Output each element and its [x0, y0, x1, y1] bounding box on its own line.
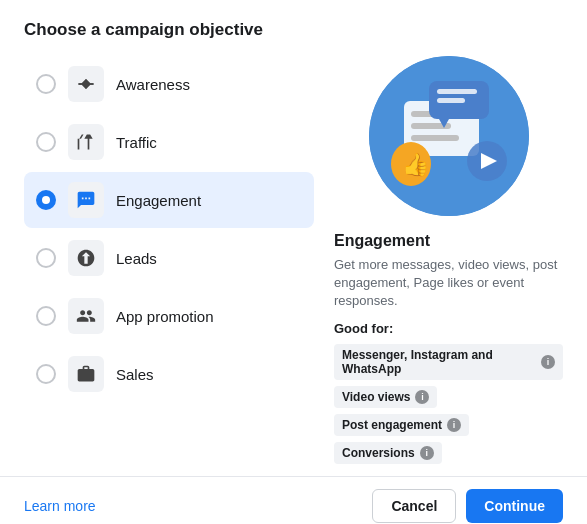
objective-item-app-promotion[interactable]: App promotion [24, 288, 314, 344]
good-for-tag: Video viewsi [334, 386, 437, 408]
tag-label: Conversions [342, 446, 415, 460]
continue-button[interactable]: Continue [466, 489, 563, 523]
radio-app-promotion [36, 306, 56, 326]
info-icon[interactable]: i [447, 418, 461, 432]
info-icon[interactable]: i [420, 446, 434, 460]
engagement-icon [68, 182, 104, 218]
app-promotion-icon [68, 298, 104, 334]
objective-label-awareness: Awareness [116, 76, 190, 93]
tag-list: Messenger, Instagram and WhatsAppiVideo … [334, 344, 563, 464]
awareness-icon [68, 66, 104, 102]
footer-buttons: Cancel Continue [372, 489, 563, 523]
good-for-tag: Messenger, Instagram and WhatsAppi [334, 344, 563, 380]
good-for-tag: Conversionsi [334, 442, 442, 464]
objective-item-engagement[interactable]: Engagement [24, 172, 314, 228]
radio-traffic [36, 132, 56, 152]
svg-rect-7 [437, 98, 465, 103]
svg-rect-4 [411, 135, 459, 141]
objectives-list: AwarenessTrafficEngagementLeadsApp promo… [24, 56, 314, 464]
modal-footer: Learn more Cancel Continue [0, 476, 587, 524]
objective-label-engagement: Engagement [116, 192, 201, 209]
good-for-tag: Post engagementi [334, 414, 469, 436]
tag-label: Post engagement [342, 418, 442, 432]
good-for-label: Good for: [334, 321, 563, 336]
objective-item-traffic[interactable]: Traffic [24, 114, 314, 170]
detail-title: Engagement [334, 232, 563, 250]
radio-engagement [36, 190, 56, 210]
detail-panel: 👍 Engagement Get more messages, video vi… [314, 56, 563, 464]
tag-label: Video views [342, 390, 410, 404]
objective-item-leads[interactable]: Leads [24, 230, 314, 286]
modal-content: Choose a campaign objective AwarenessTra… [0, 0, 587, 464]
traffic-icon [68, 124, 104, 160]
objective-item-awareness[interactable]: Awareness [24, 56, 314, 112]
learn-more-link[interactable]: Learn more [24, 498, 96, 514]
modal-title: Choose a campaign objective [24, 20, 563, 40]
cancel-button[interactable]: Cancel [372, 489, 456, 523]
radio-awareness [36, 74, 56, 94]
info-icon[interactable]: i [541, 355, 555, 369]
objective-label-sales: Sales [116, 366, 154, 383]
sales-icon [68, 356, 104, 392]
info-icon[interactable]: i [415, 390, 429, 404]
radio-sales [36, 364, 56, 384]
radio-leads [36, 248, 56, 268]
leads-icon [68, 240, 104, 276]
objective-label-app-promotion: App promotion [116, 308, 214, 325]
objective-label-traffic: Traffic [116, 134, 157, 151]
tag-label: Messenger, Instagram and WhatsApp [342, 348, 536, 376]
svg-text:👍: 👍 [402, 151, 430, 178]
engagement-illustration: 👍 [369, 56, 529, 216]
detail-description: Get more messages, video views, post eng… [334, 256, 563, 311]
objective-item-sales[interactable]: Sales [24, 346, 314, 402]
objective-label-leads: Leads [116, 250, 157, 267]
modal-body: AwarenessTrafficEngagementLeadsApp promo… [24, 56, 563, 464]
svg-rect-6 [437, 89, 477, 94]
